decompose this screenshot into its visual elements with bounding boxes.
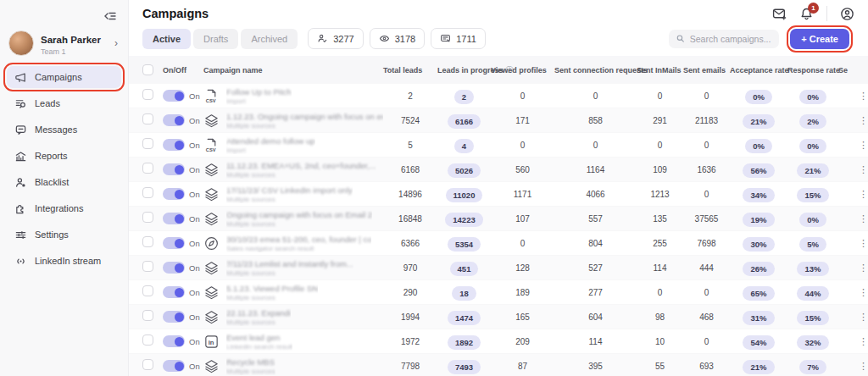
row-menu-button[interactable]: ⋮ xyxy=(838,336,868,347)
message-icon xyxy=(14,124,27,136)
leads-in-progress-badge: 4 xyxy=(454,139,474,153)
row-menu-button[interactable]: ⋮ xyxy=(838,140,868,151)
campaign-name[interactable]: 5.1.23. Viewed Profile SN xyxy=(226,284,318,293)
sidebar-item-integrations[interactable]: Integrations xyxy=(7,197,121,219)
row-menu-button[interactable]: ⋮ xyxy=(838,361,868,372)
views-stat-chip[interactable]: 3178 xyxy=(370,28,425,49)
acceptance-rate-badge: 65% xyxy=(743,286,774,301)
campaign-toggle[interactable] xyxy=(163,163,185,175)
sidebar-item-messages[interactable]: Messages xyxy=(7,119,121,141)
campaign-toggle[interactable] xyxy=(163,311,185,323)
user-profile[interactable]: Sarah Parker Team 1 › xyxy=(7,29,121,66)
sent-connection-requests-value: 114 xyxy=(554,337,637,346)
sidebar-item-settings[interactable]: Settings xyxy=(7,224,121,246)
row-checkbox[interactable] xyxy=(142,310,153,321)
campaign-toggle[interactable] xyxy=(163,139,185,151)
svg-text:in: in xyxy=(209,339,214,346)
sidebar-item-leads[interactable]: Leads xyxy=(7,92,121,114)
campaign-name[interactable]: Ongoing campaign with focus on Email 2 xyxy=(226,210,372,219)
campaign-name[interactable]: 30/10/23 emea 51-200, ceo, founder | co xyxy=(226,235,371,244)
layers-icon: CSV in xyxy=(203,309,220,325)
row-menu-button[interactable]: ⋮ xyxy=(838,238,868,249)
mail-plus-icon xyxy=(772,7,787,21)
sidebar-item-reports[interactable]: Reports xyxy=(7,145,121,167)
notifications-button[interactable]: 1 xyxy=(799,7,814,21)
sent-connection-requests-value: 557 xyxy=(554,214,637,224)
campaign-toggle[interactable] xyxy=(163,213,185,224)
campaign-toggle[interactable] xyxy=(163,237,185,249)
row-checkbox[interactable] xyxy=(142,359,153,370)
total-leads-value: 6168 xyxy=(383,165,437,174)
row-checkbox[interactable] xyxy=(142,187,153,198)
row-checkbox[interactable] xyxy=(142,163,153,174)
campaign-name[interactable]: Recycle MBS xyxy=(226,357,275,367)
connections-stat-chip[interactable]: 3277 xyxy=(308,28,363,49)
collapse-sidebar-icon[interactable] xyxy=(103,8,118,24)
campaign-toggle[interactable] xyxy=(163,335,185,347)
leads-in-progress-badge: 7493 xyxy=(448,360,481,374)
row-checkbox[interactable] xyxy=(142,138,153,149)
row-checkbox[interactable] xyxy=(142,113,153,124)
sidebar-item-label: Blacklist xyxy=(35,177,69,187)
campaign-name[interactable]: 7/11/23 Lemlist and Instantly from... xyxy=(226,259,353,268)
campaign-toggle[interactable] xyxy=(163,114,185,126)
row-menu-button[interactable]: ⋮ xyxy=(838,213,868,224)
sidebar-item-campaigns[interactable]: Campaigns xyxy=(7,66,121,88)
svg-text:CSV: CSV xyxy=(206,97,216,102)
row-checkbox[interactable] xyxy=(142,335,153,346)
table-row: On CSV in Ongoing campaign with focus on… xyxy=(129,207,868,231)
campaign-name[interactable]: 11.12.23. EMEA+US, 2nd, ceo+founder,... xyxy=(226,161,376,170)
sidebar-item-label: Leads xyxy=(35,98,60,108)
toggle-state-label: On xyxy=(189,263,200,273)
create-button[interactable]: + Create xyxy=(790,29,849,49)
row-menu-button[interactable]: ⋮ xyxy=(838,189,868,200)
row-menu-button[interactable]: ⋮ xyxy=(838,115,868,126)
leads-in-progress-badge: 14223 xyxy=(445,213,482,227)
campaign-toggle[interactable] xyxy=(163,262,185,274)
acceptance-rate-badge: 31% xyxy=(743,311,774,325)
tab-active[interactable]: Active xyxy=(142,29,191,49)
leads-in-progress-badge: 18 xyxy=(452,286,476,301)
sidebar-item-linkedin-stream[interactable]: LinkedIn stream xyxy=(7,250,121,272)
viewed-profiles-value: 128 xyxy=(491,263,554,273)
sidebar-item-blacklist[interactable]: Blacklist xyxy=(7,171,121,193)
row-menu-button[interactable]: ⋮ xyxy=(838,287,868,298)
campaign-toggle[interactable] xyxy=(163,90,185,102)
sidebar-nav: Campaigns Leads Messages Reports Blackli… xyxy=(7,66,121,272)
total-leads-value: 970 xyxy=(383,263,437,273)
row-checkbox[interactable] xyxy=(142,236,153,247)
campaign-name[interactable]: 17/11/23/ CSV LinkedIn import only xyxy=(226,185,353,195)
row-checkbox[interactable] xyxy=(142,89,153,100)
new-mail-button[interactable] xyxy=(772,7,787,21)
row-menu-button[interactable]: ⋮ xyxy=(838,263,868,274)
messages-stat-chip[interactable]: 1711 xyxy=(431,28,486,49)
tab-drafts[interactable]: Drafts xyxy=(193,29,238,49)
search-input[interactable] xyxy=(690,34,772,44)
sidebar-item-label: Reports xyxy=(35,151,68,161)
select-all-checkbox[interactable] xyxy=(142,64,153,75)
campaign-name[interactable]: Event lead gen xyxy=(226,333,292,342)
campaign-name[interactable]: Follow Up to Pitch xyxy=(226,87,292,97)
campaign-toggle[interactable] xyxy=(163,286,185,298)
row-checkbox[interactable] xyxy=(142,285,153,296)
acceptance-rate-badge: 30% xyxy=(743,237,774,252)
campaign-toggle[interactable] xyxy=(163,360,185,372)
person-block-icon xyxy=(14,176,27,189)
viewed-profiles-value: 189 xyxy=(491,288,554,297)
campaign-name[interactable]: Attended demo follow up xyxy=(226,136,315,146)
sent-connection-requests-value: 527 xyxy=(554,263,637,273)
campaign-name[interactable]: 1.12.23. Ongoing campaign with focus on … xyxy=(226,112,383,121)
row-menu-button[interactable]: ⋮ xyxy=(838,164,868,175)
account-button[interactable] xyxy=(840,7,854,21)
stat-value: 3178 xyxy=(395,34,415,44)
tab-archived[interactable]: Archived xyxy=(241,29,298,49)
row-menu-button[interactable]: ⋮ xyxy=(838,91,868,102)
total-leads-value: 1972 xyxy=(383,337,437,346)
row-checkbox[interactable] xyxy=(142,212,153,223)
row-checkbox[interactable] xyxy=(142,261,153,272)
row-menu-button[interactable]: ⋮ xyxy=(838,312,868,323)
campaign-source: LinkedIn search result xyxy=(226,343,292,351)
campaign-name[interactable]: 22.11.23. Expandi xyxy=(226,308,291,318)
column-header-total-leads: Total leads xyxy=(383,66,437,75)
campaign-toggle[interactable] xyxy=(163,188,185,200)
